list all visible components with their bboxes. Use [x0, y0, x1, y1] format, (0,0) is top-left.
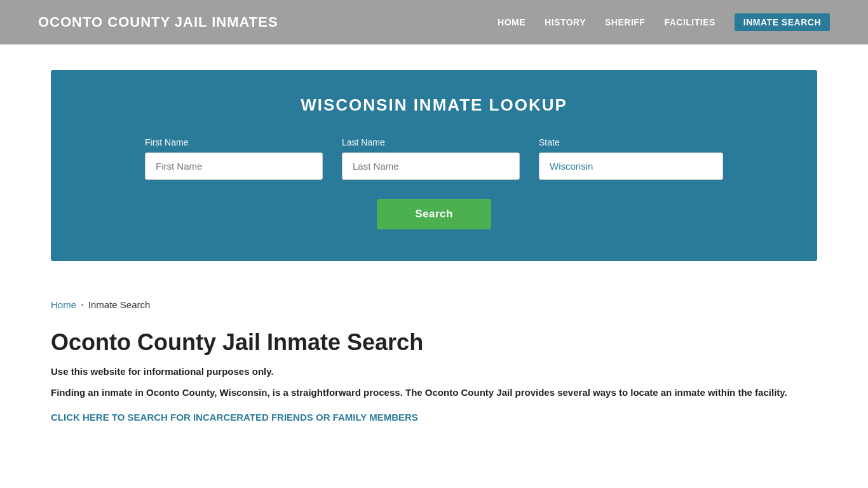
breadcrumb-home-link[interactable]: Home — [51, 299, 76, 310]
site-header: OCONTO COUNTY JAIL INMATES HOME HISTORY … — [0, 0, 868, 44]
first-name-label: First Name — [145, 137, 323, 147]
search-button[interactable]: Search — [377, 199, 491, 229]
info-line1: Use this website for informational purpo… — [51, 366, 817, 377]
first-name-input[interactable] — [145, 152, 323, 180]
last-name-input[interactable] — [342, 152, 520, 180]
page-title: Oconto County Jail Inmate Search — [51, 329, 817, 356]
breadcrumb-separator: • — [81, 302, 83, 308]
breadcrumb-current: Inmate Search — [88, 299, 151, 310]
state-label: State — [539, 137, 723, 147]
nav-history[interactable]: HISTORY — [545, 17, 586, 27]
click-here-link[interactable]: CLICK HERE to Search for Incarcerated Fr… — [51, 412, 418, 423]
site-logo: OCONTO COUNTY JAIL INMATES — [38, 14, 278, 30]
nav-inmate-search[interactable]: INMATE SEARCH — [735, 13, 830, 31]
search-fields: First Name Last Name State — [89, 137, 779, 180]
last-name-group: Last Name — [342, 137, 520, 180]
breadcrumb: Home • Inmate Search — [0, 287, 868, 316]
search-button-wrap: Search — [89, 199, 779, 229]
search-banner: WISCONSIN INMATE LOOKUP First Name Last … — [51, 70, 817, 261]
state-group: State — [539, 137, 723, 180]
info-line2: Finding an inmate in Oconto County, Wisc… — [51, 386, 817, 400]
first-name-group: First Name — [145, 137, 323, 180]
last-name-label: Last Name — [342, 137, 520, 147]
nav-facilities[interactable]: FACILITIES — [664, 17, 715, 27]
nav-sheriff[interactable]: SHERIFF — [605, 17, 645, 27]
state-input[interactable] — [539, 152, 723, 180]
banner-title: WISCONSIN INMATE LOOKUP — [89, 95, 779, 115]
main-nav: HOME HISTORY SHERIFF FACILITIES INMATE S… — [498, 13, 830, 31]
main-content: Oconto County Jail Inmate Search Use thi… — [0, 316, 868, 449]
nav-home[interactable]: HOME — [498, 17, 526, 27]
